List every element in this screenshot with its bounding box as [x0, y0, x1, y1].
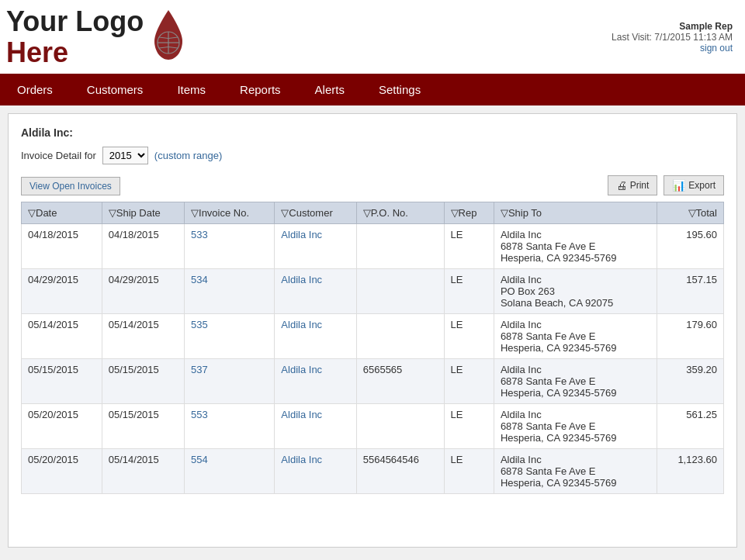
logo-line1: Your Logo: [6, 6, 144, 37]
col-invoice-no[interactable]: ▽Invoice No.: [185, 202, 275, 224]
cell-total: 359.20: [657, 359, 724, 404]
cell-customer: Aldila Inc: [275, 359, 356, 404]
table-header: ▽Date ▽Ship Date ▽Invoice No. ▽Customer …: [22, 202, 724, 224]
cell-date: 05/20/2015: [22, 449, 102, 494]
cell-ship-date: 05/14/2015: [102, 314, 184, 359]
cell-po-no: 5564564546: [356, 449, 444, 494]
cell-rep: LE: [444, 314, 494, 359]
cell-po-no: 6565565: [356, 359, 444, 404]
cell-total: 179.60: [657, 314, 724, 359]
cell-total: 1,123.60: [657, 449, 724, 494]
col-ship-to[interactable]: ▽Ship To: [494, 202, 657, 224]
nav-settings[interactable]: Settings: [362, 74, 438, 105]
cell-invoice-no: 553: [185, 404, 275, 449]
customer-link[interactable]: Aldila Inc: [281, 229, 322, 240]
cell-invoice-no: 535: [185, 314, 275, 359]
cell-customer: Aldila Inc: [275, 449, 356, 494]
cell-rep: LE: [444, 224, 494, 269]
cell-date: 05/15/2015: [22, 359, 102, 404]
year-select[interactable]: 2015 2014 2013: [102, 147, 148, 164]
cell-rep: LE: [444, 359, 494, 404]
last-visit: Last Visit: 7/1/2015 11:13 AM: [612, 32, 733, 43]
cell-ship-to: Aldila Inc6878 Santa Fe Ave EHesperia, C…: [494, 404, 657, 449]
col-customer[interactable]: ▽Customer: [275, 202, 356, 224]
nav-orders[interactable]: Orders: [0, 74, 70, 105]
invoices-table: ▽Date ▽Ship Date ▽Invoice No. ▽Customer …: [21, 202, 724, 494]
customer-link[interactable]: Aldila Inc: [281, 454, 322, 465]
cell-total: 195.60: [657, 224, 724, 269]
invoice-link[interactable]: 533: [191, 229, 208, 240]
sign-out-link[interactable]: sign out: [700, 43, 733, 54]
cell-invoice-no: 534: [185, 269, 275, 314]
invoice-filter: Invoice Detail for 2015 2014 2013 (custo…: [21, 147, 724, 164]
col-po-no[interactable]: ▽P.O. No.: [356, 202, 444, 224]
cell-ship-date: 05/15/2015: [102, 404, 184, 449]
print-label: Print: [630, 180, 650, 191]
invoice-link[interactable]: 535: [191, 319, 208, 330]
toolbar-left: View Open Invoices: [21, 180, 120, 192]
table-row: 05/14/2015 05/14/2015 535 Aldila Inc LE …: [22, 314, 724, 359]
invoice-link[interactable]: 554: [191, 454, 208, 465]
cell-po-no: [356, 269, 444, 314]
cell-po-no: [356, 224, 444, 269]
cell-invoice-no: 533: [185, 224, 275, 269]
nav-items[interactable]: Items: [160, 74, 223, 105]
cell-date: 04/29/2015: [22, 269, 102, 314]
print-icon: [616, 179, 627, 192]
export-button[interactable]: Export: [664, 175, 724, 195]
main-nav: Orders Customers Items Reports Alerts Se…: [0, 74, 745, 105]
cell-customer: Aldila Inc: [275, 269, 356, 314]
customer-link[interactable]: Aldila Inc: [281, 409, 322, 420]
cell-date: 05/14/2015: [22, 314, 102, 359]
cell-ship-to: Aldila Inc6878 Santa Fe Ave EHesperia, C…: [494, 224, 657, 269]
logo-area: Your Logo Here: [6, 6, 189, 67]
cell-rep: LE: [444, 404, 494, 449]
cell-total: 157.15: [657, 269, 724, 314]
cell-date: 05/20/2015: [22, 404, 102, 449]
table-body: 04/18/2015 04/18/2015 533 Aldila Inc LE …: [22, 224, 724, 494]
print-button[interactable]: Print: [608, 175, 658, 195]
invoice-label: Invoice Detail for: [21, 150, 96, 161]
col-date[interactable]: ▽Date: [22, 202, 102, 224]
cell-ship-to: Aldila IncPO Box 263Solana Beach, CA 920…: [494, 269, 657, 314]
cell-date: 04/18/2015: [22, 224, 102, 269]
customer-link[interactable]: Aldila Inc: [281, 274, 322, 285]
export-label: Export: [688, 180, 716, 191]
cell-ship-date: 05/15/2015: [102, 359, 184, 404]
logo-text: Your Logo Here: [6, 6, 144, 67]
table-row: 04/18/2015 04/18/2015 533 Aldila Inc LE …: [22, 224, 724, 269]
col-total[interactable]: ▽Total: [657, 202, 724, 224]
cell-ship-date: 04/29/2015: [102, 269, 184, 314]
company-name: Aldila Inc:: [21, 126, 724, 139]
customer-link[interactable]: Aldila Inc: [281, 319, 322, 330]
toolbar-right: Print Export: [608, 175, 724, 195]
cell-ship-to: Aldila Inc6878 Santa Fe Ave EHesperia, C…: [494, 314, 657, 359]
customer-link[interactable]: Aldila Inc: [281, 364, 322, 375]
col-rep[interactable]: ▽Rep: [444, 202, 494, 224]
table-row: 04/29/2015 04/29/2015 534 Aldila Inc LE …: [22, 269, 724, 314]
toolbar: View Open Invoices Print Export: [21, 175, 724, 195]
cell-po-no: [356, 404, 444, 449]
invoice-link[interactable]: 534: [191, 274, 208, 285]
main-content: Aldila Inc: Invoice Detail for 2015 2014…: [8, 113, 737, 548]
col-ship-date[interactable]: ▽Ship Date: [102, 202, 184, 224]
view-open-invoices-button[interactable]: View Open Invoices: [21, 177, 120, 195]
custom-range-link[interactable]: (custom range): [154, 150, 222, 161]
nav-customers[interactable]: Customers: [70, 74, 161, 105]
cell-customer: Aldila Inc: [275, 224, 356, 269]
cell-po-no: [356, 314, 444, 359]
nav-reports[interactable]: Reports: [223, 74, 298, 105]
invoice-link[interactable]: 537: [191, 364, 208, 375]
cell-customer: Aldila Inc: [275, 404, 356, 449]
invoice-link[interactable]: 553: [191, 409, 208, 420]
cell-customer: Aldila Inc: [275, 314, 356, 359]
cell-rep: LE: [444, 269, 494, 314]
cell-invoice-no: 554: [185, 449, 275, 494]
header: Your Logo Here Sample Rep Last Visit: 7/…: [0, 0, 745, 74]
nav-alerts[interactable]: Alerts: [298, 74, 362, 105]
cell-ship-to: Aldila Inc6878 Santa Fe Ave EHesperia, C…: [494, 449, 657, 494]
cell-ship-date: 05/14/2015: [102, 449, 184, 494]
cell-rep: LE: [444, 449, 494, 494]
cell-total: 561.25: [657, 404, 724, 449]
username: Sample Rep: [612, 21, 733, 32]
